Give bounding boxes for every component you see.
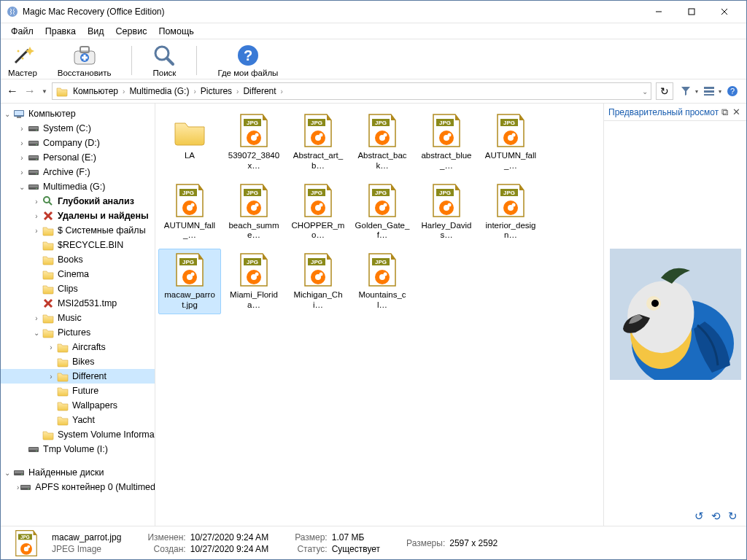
jpg-icon: JPG (493, 113, 528, 148)
recover-button[interactable]: Восстановить (58, 44, 112, 77)
tree-different[interactable]: ›Different (1, 369, 155, 384)
help-button[interactable]: ? (724, 83, 740, 99)
folder-icon (56, 385, 69, 397)
rotate-left-icon[interactable]: ↺ (694, 510, 704, 523)
svg-marker-18 (26, 47, 34, 55)
search-button[interactable]: Поиск (152, 44, 176, 77)
breadcrumb-item[interactable]: Компьютер (73, 86, 118, 96)
maximize-button[interactable] (675, 1, 708, 23)
svg-text:JPG: JPG (20, 534, 30, 539)
tree-future[interactable]: Future (1, 384, 155, 398)
breadcrumb-item[interactable]: Pictures (201, 86, 232, 96)
svg-text:?: ? (730, 87, 735, 96)
wizard-button[interactable]: Мастер (8, 44, 37, 77)
file-item[interactable]: JPGAUTUMN_fall_… (158, 179, 221, 245)
file-item[interactable]: JPGbeach_summe… (222, 179, 285, 245)
folder-icon (42, 429, 55, 440)
nav-back-button[interactable]: ← (7, 85, 18, 98)
refresh-preview-icon[interactable]: ⟲ (711, 510, 721, 523)
tree-found-disks[interactable]: ⌄Найденные диски (1, 465, 155, 480)
tree-sysvolinfo[interactable]: System Volume Information (1, 427, 155, 442)
folder-icon (56, 400, 69, 411)
tree-bikes[interactable]: Bikes (1, 354, 155, 369)
breadcrumb-box[interactable]: Компьютер› Multimedia (G:)› Pictures› Di… (52, 82, 651, 100)
folder-icon (56, 370, 69, 382)
tree-deleted-found[interactable]: ›Удалены и найдены (1, 209, 155, 223)
firstaid-icon (73, 44, 96, 67)
delete-icon (42, 298, 55, 309)
tree-cinema[interactable]: Cinema (1, 267, 155, 281)
toolbar-separator (131, 46, 132, 75)
nav-forward-button[interactable]: → (24, 85, 36, 98)
jpg-icon: JPG (12, 529, 40, 557)
folder-icon (42, 268, 55, 280)
menu-file[interactable]: Файл (5, 25, 39, 38)
file-item[interactable]: JPGAbstract_art_b… (287, 109, 349, 175)
file-item[interactable]: JPGabstract_blue_… (415, 109, 478, 175)
tree-wallpapers[interactable]: Wallpapers (1, 398, 155, 413)
file-item[interactable]: JPG539072_3840x… (222, 109, 285, 175)
file-item[interactable]: JPGAUTUMN_fall_… (479, 109, 542, 175)
tree-drive-e[interactable]: ›Personal (E:) (1, 150, 155, 165)
breadcrumb-item[interactable]: Multimedia (G:) (129, 86, 189, 96)
tree-apfs[interactable]: ›APFS контейнер 0 (Multimedia) (1, 480, 155, 494)
menu-edit[interactable]: Правка (39, 25, 82, 38)
rotate-right-icon[interactable]: ↻ (728, 510, 738, 523)
file-grid[interactable]: LA JPG539072_3840x… JPGAbstract_art_b… J… (155, 104, 603, 526)
svg-text:JPG: JPG (439, 120, 451, 126)
folder-icon (42, 239, 55, 251)
tree-msi-tmp[interactable]: MSI2d531.tmp (1, 296, 155, 311)
file-item[interactable]: JPGinterior_design… (479, 179, 542, 245)
close-button[interactable] (708, 1, 740, 23)
tree-drive-c[interactable]: ›System (C:) (1, 121, 155, 136)
view-mode-button[interactable] (701, 83, 717, 99)
file-item[interactable]: JPGMichigan_Chi… (287, 249, 349, 314)
tree-drive-f[interactable]: ›Archive (F:) (1, 165, 155, 179)
tree-drive-d[interactable]: ›Company (D:) (1, 136, 155, 150)
tree-books[interactable]: Books (1, 252, 155, 267)
svg-rect-29 (704, 90, 714, 93)
file-item[interactable]: JPGCHOPPER_mo… (287, 179, 349, 245)
folder-icon (42, 312, 55, 324)
help-icon: ? (236, 44, 260, 67)
preview-pane: Предварительный просмотр ⧉ ✕ (603, 104, 746, 526)
tree-system-files[interactable]: ›$ Системные файлы (1, 223, 155, 238)
tree-sidebar[interactable]: ⌄Компьютер ›System (C:) ›Company (D:) ›P… (1, 104, 155, 526)
menu-tools[interactable]: Сервис (110, 25, 153, 38)
tree-clips[interactable]: Clips (1, 281, 155, 296)
tree-music[interactable]: ›Music (1, 311, 155, 325)
tree-tmp-volume[interactable]: Tmp Volume (I:) (1, 442, 155, 456)
tree-aircrafts[interactable]: ›Aircrafts (1, 340, 155, 354)
file-item-selected[interactable]: JPGmacaw_parrot.jpg (158, 249, 221, 314)
search-icon (42, 195, 55, 207)
folder-icon (42, 283, 55, 295)
where-files-button[interactable]: ? Где мои файлы (217, 44, 278, 77)
jpg-icon: JPG (236, 183, 271, 218)
svg-text:JPG: JPG (503, 190, 515, 196)
file-item[interactable]: JPGAbstract_back… (351, 109, 414, 175)
refresh-button[interactable]: ↻ (656, 82, 673, 100)
tree-pictures[interactable]: ⌄Pictures (1, 325, 155, 340)
minimize-button[interactable] (642, 1, 675, 23)
file-item[interactable]: JPGGolden_Gate_f… (351, 179, 414, 245)
nav-up-button[interactable]: ▼ (42, 88, 47, 95)
view-icon (703, 85, 715, 97)
preview-close-icon[interactable]: ✕ (730, 106, 742, 117)
file-item[interactable]: JPGMountains_cl… (351, 249, 414, 314)
tree-yacht[interactable]: Yacht (1, 413, 155, 427)
menu-help[interactable]: Помощь (152, 25, 199, 38)
folder-item[interactable]: LA (158, 109, 221, 175)
tree-root-computer[interactable]: ⌄Компьютер (1, 106, 155, 121)
svg-text:JPG: JPG (311, 190, 322, 196)
breadcrumb-dropdown-icon[interactable]: ⌄ (642, 88, 648, 96)
tree-drive-g[interactable]: ⌄Multimedia (G:) (1, 179, 155, 194)
file-item[interactable]: JPGMiami_Florida… (222, 249, 285, 314)
tree-deep-analysis[interactable]: ›Глубокий анализ (1, 194, 155, 209)
breadcrumb-item[interactable]: Different (243, 86, 276, 96)
menu-view[interactable]: Вид (82, 25, 110, 38)
filter-button[interactable] (678, 83, 694, 99)
file-item[interactable]: JPGHarley_Davids… (415, 179, 478, 245)
tree-recycle[interactable]: $RECYCLE.BIN (1, 238, 155, 252)
preview-popout-icon[interactable]: ⧉ (719, 106, 730, 118)
jpg-icon: JPG (301, 183, 336, 218)
